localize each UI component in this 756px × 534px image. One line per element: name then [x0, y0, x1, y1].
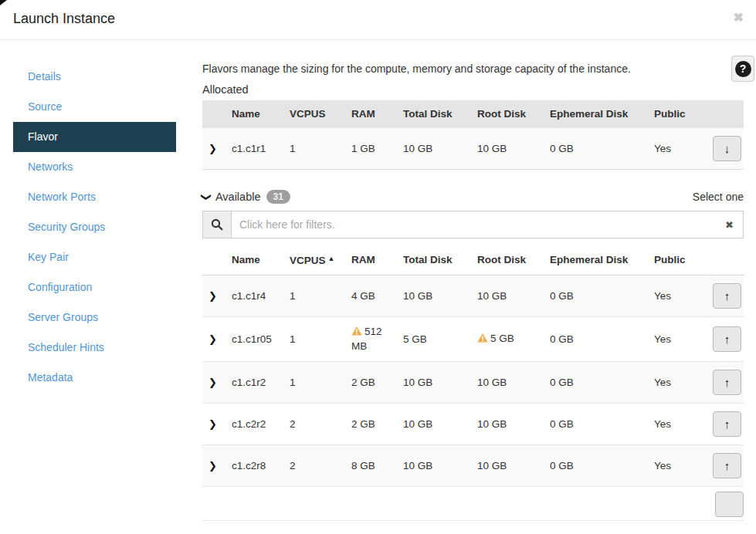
sidebar-item-source[interactable]: Source — [13, 92, 176, 122]
column-header-ephemeral-disk[interactable]: Ephemeral Disk — [544, 245, 648, 275]
column-header-vcpus[interactable]: VCPUS▲ — [283, 245, 345, 275]
expand-column-header — [202, 245, 225, 275]
cell-ram: 8 GB — [345, 445, 397, 487]
cell-root-disk: 10 GB — [471, 362, 544, 404]
column-header-public[interactable]: Public — [648, 245, 707, 275]
column-header-root-disk[interactable]: Root Disk — [471, 245, 544, 275]
cell-root-disk: 10 GB — [471, 404, 544, 445]
arrow-up-icon: ↑ — [724, 333, 731, 346]
cell-root-disk: 10 GB — [471, 445, 544, 487]
close-icon[interactable]: ✖ — [734, 12, 744, 24]
cell-name: c1.c1r4 — [225, 275, 283, 317]
cell-ram: 2 GB — [345, 362, 397, 404]
sidebar-item-security-groups[interactable]: Security Groups — [13, 212, 176, 242]
expand-column-header — [202, 100, 225, 128]
cell-ram: 2 GB — [345, 404, 397, 445]
arrow-down-icon: ↓ — [724, 142, 731, 155]
cell-ephemeral-disk: 0 GB — [544, 128, 648, 170]
sidebar-item-server-groups[interactable]: Server Groups — [13, 302, 176, 333]
cell-root-disk: 10 GB — [471, 275, 544, 317]
allocate-button[interactable]: ↑ — [713, 283, 741, 309]
cell-ephemeral-disk: 0 GB — [544, 445, 648, 487]
cell-root-disk: 10 GB — [471, 128, 544, 170]
search-icon — [211, 218, 223, 231]
sidebar-item-networks[interactable]: Networks — [13, 152, 176, 182]
page-title: Launch Instance — [13, 11, 743, 27]
warning-icon — [351, 326, 362, 340]
cell-ephemeral-disk: 0 GB — [544, 275, 648, 317]
sort-ascending-icon: ▲ — [328, 255, 335, 262]
cell-public: Yes — [648, 275, 707, 317]
allocated-header-row: Name VCPUS RAM Total Disk Root Disk Ephe… — [202, 100, 744, 128]
sidebar-item-scheduler-hints[interactable]: Scheduler Hints — [13, 333, 176, 363]
sidebar-item-metadata[interactable]: Metadata — [13, 363, 176, 393]
column-header-name[interactable]: Name — [225, 245, 283, 275]
allocate-button[interactable]: ↑ — [713, 370, 741, 395]
table-row-partial — [202, 487, 744, 521]
arrow-up-icon: ↑ — [724, 376, 731, 389]
chevron-right-icon[interactable]: ❯ — [208, 460, 217, 471]
chevron-right-icon[interactable]: ❯ — [208, 418, 217, 430]
chevron-right-icon[interactable]: ❯ — [208, 290, 217, 302]
cell-name: c1.c1r05 — [225, 317, 283, 362]
table-row: ❯ c1.c1r1 1 1 GB 10 GB 10 GB 0 GB Yes ↓ — [202, 128, 744, 170]
cell-public: Yes — [648, 128, 707, 170]
cell-ram: 4 GB — [345, 275, 397, 317]
cell-public: Yes — [648, 362, 707, 404]
sidebar-item-configuration[interactable]: Configuration — [13, 272, 176, 302]
arrow-up-icon: ↑ — [724, 459, 731, 472]
cell-name: c1.c1r1 — [225, 128, 283, 170]
actions-column-header — [707, 100, 744, 128]
sidebar-item-details[interactable]: Details — [13, 62, 176, 92]
cell-vcpus: 2 — [283, 404, 345, 445]
select-hint: Select one — [693, 191, 744, 203]
allocated-section-title: Allocated — [202, 83, 744, 96]
table-row: ❯ c1.c2r2 2 2 GB 10 GB 10 GB 0 GB Yes ↑ — [202, 404, 744, 445]
flavor-step-content: ? Flavors manage the sizing for the comp… — [202, 62, 744, 521]
available-table: Name VCPUS▲ RAM Total Disk Root Disk Eph… — [202, 245, 744, 521]
column-header-total-disk[interactable]: Total Disk — [397, 245, 471, 275]
cell-ephemeral-disk: 0 GB — [544, 317, 648, 362]
sidebar-item-network-ports[interactable]: Network Ports — [13, 182, 176, 212]
chevron-right-icon[interactable]: ❯ — [208, 333, 217, 345]
sidebar-item-flavor[interactable]: Flavor — [13, 122, 176, 152]
cell-total-disk: 10 GB — [397, 404, 471, 445]
column-header-public: Public — [648, 100, 707, 128]
deallocate-button[interactable]: ↓ — [713, 136, 741, 161]
warning-icon — [477, 333, 488, 346]
chevron-down-icon[interactable]: ❯ — [201, 193, 212, 201]
cell-name: c1.c2r8 — [225, 445, 283, 487]
wizard-step-nav: Details Source Flavor Networks Network P… — [13, 62, 176, 521]
available-header-row: Name VCPUS▲ RAM Total Disk Root Disk Eph… — [202, 245, 744, 275]
cell-total-disk: 10 GB — [397, 362, 471, 404]
table-row: ❯ c1.c1r05 1 512 MB 5 GB 5 GB 0 GB Yes ↑ — [202, 317, 744, 362]
cell-total-disk: 10 GB — [397, 275, 471, 317]
cell-name: c1.c1r2 — [225, 362, 283, 404]
chevron-right-icon[interactable]: ❯ — [208, 377, 217, 388]
column-header-ram[interactable]: RAM — [345, 245, 397, 275]
allocate-button[interactable]: ↑ — [713, 411, 741, 437]
cell-name: c1.c2r2 — [225, 404, 283, 445]
filter-bar: ✖ — [202, 211, 744, 238]
column-header-ephemeral-disk: Ephemeral Disk — [544, 100, 648, 128]
chevron-right-icon[interactable]: ❯ — [208, 143, 217, 154]
cell-public: Yes — [648, 404, 707, 445]
column-header-total-disk: Total Disk — [397, 100, 471, 128]
allocate-button[interactable]: ↑ — [713, 326, 741, 352]
cell-root-disk: 5 GB — [471, 317, 544, 362]
allocate-button[interactable] — [715, 492, 744, 517]
modal-header: Launch Instance ✖ — [0, 0, 756, 40]
clear-filter-icon[interactable]: ✖ — [716, 211, 743, 238]
filter-input[interactable] — [232, 211, 716, 238]
step-description: Flavors manage the sizing for the comput… — [202, 62, 720, 76]
cell-ram: 512 MB — [345, 317, 397, 362]
cell-total-disk: 10 GB — [397, 128, 471, 170]
help-button[interactable]: ? — [731, 56, 754, 82]
table-row: ❯ c1.c2r8 2 8 GB 10 GB 10 GB 0 GB Yes ↑ — [202, 445, 744, 487]
cell-vcpus: 2 — [283, 445, 345, 487]
allocate-button[interactable]: ↑ — [713, 453, 741, 478]
question-mark-icon: ? — [735, 61, 751, 77]
sidebar-item-key-pair[interactable]: Key Pair — [13, 242, 176, 272]
available-section-header: ❯ Available 31 Select one — [202, 190, 744, 204]
cell-ephemeral-disk: 0 GB — [544, 404, 648, 445]
